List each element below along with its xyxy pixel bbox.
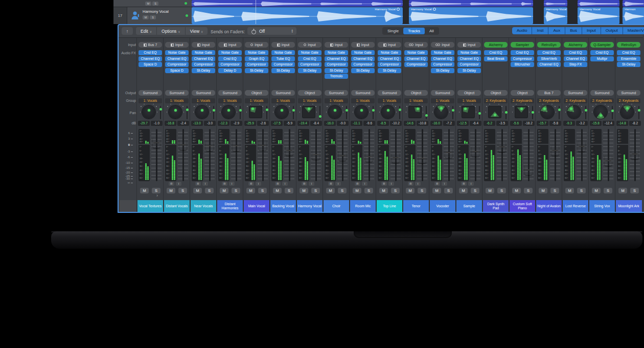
solo-button[interactable]: S (391, 188, 400, 193)
input-slot[interactable]: Input (192, 42, 215, 48)
object-pan-pad[interactable] (249, 106, 262, 118)
solo-button[interactable]: S (497, 188, 506, 193)
pan-knob[interactable] (381, 105, 395, 119)
pan-control[interactable] (164, 105, 190, 120)
channel-name-tenor[interactable]: Tenor (403, 200, 429, 212)
solo-button[interactable]: S (364, 188, 373, 193)
fader-volume-value[interactable]: -5.8 (549, 121, 561, 126)
fx-plugin-compressor[interactable]: Compressor (511, 56, 534, 61)
pan-knob[interactable] (355, 105, 368, 119)
mute-button[interactable]: M (512, 188, 521, 193)
fader-volume-value[interactable]: -10.8 (417, 121, 428, 126)
channel-name-distant-vocals[interactable]: Distant Vocals (164, 200, 190, 212)
channel-name-choir[interactable]: Choir (324, 200, 350, 212)
sends-on-faders-control[interactable]: Off ▲▼ (247, 27, 296, 35)
fx-plugin-compressor[interactable]: Compressor (457, 62, 481, 67)
solo-button[interactable]: S (471, 188, 479, 193)
pan-aux-slider[interactable] (346, 106, 347, 119)
input-monitor-button[interactable]: I (388, 182, 394, 186)
filter-bus[interactable]: Bus (565, 27, 582, 34)
fader-cap[interactable] (179, 140, 187, 150)
fx-plugin-beat-break[interactable]: Beat Break (484, 56, 508, 61)
fader-cap[interactable] (339, 150, 346, 161)
mute-button[interactable]: M (432, 188, 441, 193)
output-slot[interactable]: Object (404, 90, 428, 96)
object-pan-pad[interactable] (303, 106, 315, 118)
group-slot[interactable]: 1: Vocals (218, 98, 242, 103)
output-slot[interactable]: Surround (325, 90, 348, 96)
fx-plugin-graph-eq[interactable]: Graph EQ (245, 56, 268, 61)
fx-plugin-cnsl-eq[interactable]: Cnsl EQ (218, 56, 242, 61)
group-slot[interactable]: 1: Vocals (325, 98, 348, 103)
solo-button[interactable]: S (577, 188, 586, 193)
pan-knob[interactable] (541, 105, 554, 119)
fader-cap[interactable] (259, 140, 266, 150)
fader-cap[interactable] (578, 141, 585, 151)
channel-name-night-of-avalon[interactable]: Night of Avalon (536, 200, 562, 212)
volume-fader[interactable] (178, 129, 188, 181)
output-slot[interactable]: Object (457, 90, 481, 96)
input-slot[interactable]: Input (271, 42, 295, 48)
solo-button[interactable]: S (311, 188, 320, 193)
fx-plugin-tremolo[interactable]: Tremolo (325, 74, 348, 79)
fader-cap[interactable] (286, 145, 293, 156)
solo-button[interactable]: S (152, 2, 158, 6)
pan-aux-slider[interactable] (187, 106, 188, 119)
pan-control[interactable] (456, 105, 482, 120)
group-slot[interactable]: 2: Keyboards (537, 98, 561, 103)
object-pan-pad[interactable] (462, 106, 474, 118)
audio-region[interactable]: Harmony Vocal (578, 7, 619, 24)
fx-plugin-noise-gate[interactable]: Noise Gate (325, 50, 348, 55)
fx-plugin-compressor[interactable]: Compressor (325, 62, 348, 67)
fx-plugin-st-delay[interactable]: St-Delay (192, 68, 215, 73)
mute-button[interactable]: M (459, 188, 468, 193)
fx-plugin-compressor[interactable]: Compressor (271, 62, 295, 67)
volume-fader[interactable] (151, 129, 162, 181)
volume-fader[interactable] (497, 129, 507, 181)
fx-plugin-cnsl-eq[interactable]: Cnsl EQ (511, 50, 534, 55)
pan-control[interactable] (482, 105, 509, 120)
fx-plugin-channel-eq[interactable]: Channel EQ (378, 56, 401, 61)
channel-name-vocal-textures[interactable]: Vocal Textures (137, 200, 164, 212)
fx-plugin-compressor[interactable]: Compressor (404, 62, 428, 67)
output-slot[interactable]: Surround (564, 90, 587, 96)
fx-plugin-st-delay[interactable]: St-Delay (431, 68, 454, 73)
fx-plugin-step-fx[interactable]: Step FX (564, 62, 587, 67)
playhead[interactable] (256, 0, 256, 24)
channel-name-string-vox[interactable]: String Vox (589, 200, 615, 212)
channel-name-near-vocals[interactable]: Near Vocals (191, 200, 217, 212)
fx-plugin-cnsl-eq[interactable]: Cnsl EQ (564, 50, 587, 55)
fx-plugin-cnsl-eq[interactable]: Cnsl EQ (139, 50, 162, 55)
solo-button[interactable]: S (285, 188, 293, 193)
output-slot[interactable]: Surround (192, 90, 215, 96)
fx-plugin-noise-gate[interactable]: Noise Gate (457, 50, 481, 55)
instrument-slot[interactable]: RetroSyn (537, 42, 561, 48)
pan-control[interactable] (323, 105, 350, 120)
filter-aux[interactable]: Aux (548, 27, 565, 34)
group-slot[interactable]: 1: Vocals (378, 98, 401, 103)
fx-plugin-channel-eq[interactable]: Channel EQ (404, 56, 428, 61)
filter-input[interactable]: Input (582, 27, 601, 34)
group-slot[interactable]: 1: Vocals (457, 98, 481, 103)
audio-region[interactable] (578, 0, 619, 7)
channel-name-top-line[interactable]: Top Line (377, 200, 403, 212)
fader-cap[interactable] (445, 147, 452, 158)
pan-knob[interactable] (169, 105, 182, 119)
fader-volume-value[interactable]: -7.2 (443, 121, 455, 126)
pan-aux-slider[interactable] (240, 106, 241, 119)
fx-plugin-cnsl-eq[interactable]: Cnsl EQ (484, 50, 508, 55)
input-monitor-button[interactable]: I (202, 182, 208, 186)
fx-plugin-delay-d[interactable]: Delay D (218, 68, 242, 73)
pan-control[interactable] (137, 105, 164, 120)
pan-control[interactable] (217, 105, 243, 120)
mute-button[interactable]: M (220, 188, 228, 193)
pan-knob[interactable] (594, 105, 607, 119)
output-slot[interactable]: Surround (351, 90, 375, 96)
pan-aux-slider[interactable] (638, 106, 639, 119)
mute-button[interactable]: M (618, 188, 627, 193)
input-slot[interactable]: Input (325, 42, 348, 48)
fader-volume-value[interactable]: -3.2 (576, 121, 588, 126)
mute-button[interactable]: M (379, 188, 388, 193)
pan-aux-slider[interactable] (213, 106, 214, 119)
fx-plugin-compressor[interactable]: Compressor (351, 62, 375, 67)
